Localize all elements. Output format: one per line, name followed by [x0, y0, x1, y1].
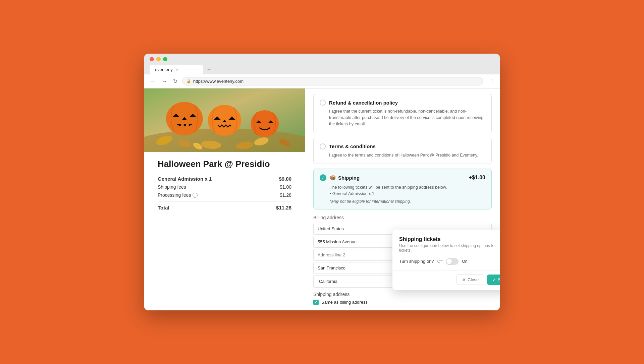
- terms-radio[interactable]: [320, 143, 326, 149]
- shipping-header-left: ✓ 📦 Shipping: [320, 174, 360, 181]
- minimize-traffic-light[interactable]: [156, 57, 161, 61]
- forward-button[interactable]: →: [160, 78, 168, 85]
- toggle-off-label: Off: [437, 259, 443, 264]
- modal-close-button[interactable]: ✕ Close: [457, 275, 484, 285]
- toggle-knob: [446, 259, 452, 264]
- shipping-emoji: 📦: [330, 175, 336, 181]
- shipping-address-section: Shipping address ✓ Same as billing addre…: [313, 292, 492, 305]
- modal-header: Shipping tickets Use the configuration b…: [392, 230, 500, 253]
- shipping-description: The following tickets will be sent to th…: [320, 184, 485, 191]
- total-label: Total: [158, 205, 169, 210]
- event-image: [144, 88, 305, 152]
- shipping-title: 📦 Shipping: [330, 175, 360, 181]
- new-tab-button[interactable]: +: [205, 65, 214, 74]
- same-billing-row: ✓ Same as billing address: [313, 300, 492, 305]
- terms-title: Terms & conditions: [329, 143, 376, 149]
- event-details: Halloween Park @ Presidio General Admiss…: [144, 152, 305, 220]
- modal-title: Shipping tickets: [399, 236, 500, 242]
- total-row: Total $11.28: [158, 205, 291, 210]
- save-check-icon: ✓: [492, 277, 496, 282]
- processing-fees-row: Processing fees i $1.28: [158, 192, 291, 198]
- refund-policy-radio[interactable]: [320, 100, 326, 106]
- general-admission-label: General Admission x 1: [158, 176, 212, 182]
- svg-rect-16: [186, 124, 189, 126]
- event-title: Halloween Park @ Presidio: [158, 159, 291, 169]
- modal-subtitle: Use the configuration below to set shipp…: [399, 243, 500, 253]
- browser-menu-icon[interactable]: ⋮: [489, 78, 495, 85]
- shipping-toggle-row: Turn shipping on? Off On: [399, 258, 500, 265]
- tab-close-button[interactable]: ✕: [175, 67, 179, 72]
- terms-card: Terms & conditions I agree to the terms …: [313, 138, 492, 164]
- url-bar[interactable]: 🔒 https://www.eventeny.com: [182, 77, 483, 85]
- shipping-fees-value: $1.00: [280, 184, 291, 190]
- tab-bar: eventeny ✕ +: [150, 65, 494, 74]
- address-bar: ← → ↻ 🔒 https://www.eventeny.com ⋮: [144, 74, 500, 88]
- shipping-header: ✓ 📦 Shipping +$1.00: [320, 174, 485, 181]
- order-divider: [158, 201, 291, 201]
- general-admission-row: General Admission x 1 $9.00: [158, 176, 291, 182]
- processing-fees-info-icon[interactable]: i: [193, 193, 198, 198]
- same-billing-label: Same as billing address: [321, 300, 368, 305]
- refund-policy-text: I agree that the current ticket is non-r…: [320, 108, 485, 127]
- same-billing-checkbox[interactable]: ✓: [313, 300, 319, 305]
- browser-chrome: eventeny ✕ +: [144, 54, 500, 74]
- modal-save-button[interactable]: ✓ Save: [487, 275, 500, 285]
- browser-window: eventeny ✕ + ← → ↻ 🔒 https://www.eventen…: [144, 54, 500, 310]
- toggle-label: Turn shipping on?: [399, 259, 434, 264]
- close-traffic-light[interactable]: [150, 57, 154, 61]
- shipping-fees-row: Shipping fees $1.00: [158, 184, 291, 190]
- total-value: $11.28: [276, 205, 291, 210]
- toggle-on-label: On: [462, 259, 467, 264]
- url-text: https://www.eventeny.com: [193, 79, 244, 84]
- billing-section-label: Billing address: [313, 215, 492, 220]
- shipping-card: ✓ 📦 Shipping +$1.00 The following ticket…: [313, 169, 492, 209]
- modal-footer: ✕ Close ✓ Save: [392, 270, 500, 290]
- active-tab[interactable]: eventeny ✕: [150, 65, 203, 74]
- modal-title-area: Shipping tickets Use the configuration b…: [399, 236, 500, 253]
- lock-icon: 🔒: [186, 79, 191, 83]
- terms-header: Terms & conditions: [320, 143, 485, 149]
- reload-button[interactable]: ↻: [172, 77, 179, 85]
- maximize-traffic-light[interactable]: [163, 57, 167, 61]
- shipping-check-icon: ✓: [320, 174, 326, 181]
- right-panel: Refund & cancellation policy I agree tha…: [305, 88, 500, 310]
- refund-policy-card: Refund & cancellation policy I agree tha…: [313, 94, 492, 133]
- shipping-price: +$1.00: [469, 175, 485, 181]
- tab-label: eventeny: [155, 67, 173, 72]
- page-content: Halloween Park @ Presidio General Admiss…: [144, 88, 500, 310]
- shipping-toggle-switch[interactable]: [446, 258, 459, 265]
- processing-fees-value: $1.28: [280, 192, 291, 198]
- shipping-ticket-item: • General Admission x 1: [320, 191, 485, 197]
- traffic-lights: [150, 57, 494, 61]
- close-icon: ✕: [462, 277, 466, 282]
- refund-policy-header: Refund & cancellation policy: [320, 100, 485, 106]
- modal-body: Turn shipping on? Off On: [392, 253, 500, 270]
- shipping-fees-label: Shipping fees: [158, 184, 186, 190]
- refund-policy-title: Refund & cancellation policy: [329, 100, 398, 106]
- shipping-tickets-modal: Shipping tickets Use the configuration b…: [392, 230, 500, 290]
- processing-fees-label: Processing fees i: [158, 192, 198, 198]
- svg-point-23: [251, 110, 279, 137]
- general-admission-value: $9.00: [279, 176, 291, 182]
- svg-rect-15: [181, 124, 184, 126]
- shipping-address-label: Shipping address: [313, 292, 492, 297]
- modal-box: Shipping tickets Use the configuration b…: [392, 230, 500, 290]
- shipping-note: *May not be eligible for international s…: [320, 199, 485, 204]
- back-button[interactable]: ←: [149, 78, 157, 85]
- terms-text: I agree to the terms and conditions of H…: [320, 152, 485, 159]
- left-panel: Halloween Park @ Presidio General Admiss…: [144, 88, 305, 310]
